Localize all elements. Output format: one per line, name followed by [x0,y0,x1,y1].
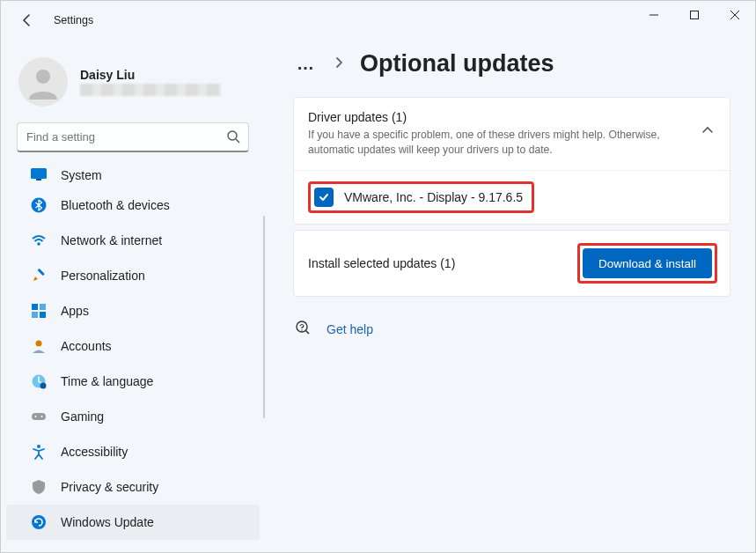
close-button[interactable] [715,1,755,29]
sidebar-item-label: Personalization [61,269,145,283]
svg-point-22 [37,445,40,448]
shield-icon [31,479,47,495]
accessibility-icon [31,444,47,460]
wifi-icon [31,232,47,248]
clock-icon [31,373,47,389]
sidebar-item-gaming[interactable]: Gaming [6,399,260,434]
svg-point-4 [36,70,50,84]
svg-rect-8 [36,179,41,181]
driver-updates-card: Driver updates (1) If you have a specifi… [293,97,730,225]
search-wrap [17,122,249,152]
nav: System Bluetooth & devices Network & int… [1,163,265,552]
svg-point-21 [41,416,43,417]
sidebar-item-label: Gaming [61,409,104,424]
svg-point-18 [40,383,47,389]
breadcrumb: … Optional updates [293,50,730,77]
sidebar-item-label: Apps [61,304,89,318]
minimize-icon [650,11,658,19]
sidebar-item-accessibility[interactable]: Accessibility [6,434,260,469]
svg-rect-11 [37,269,44,276]
checkmark-icon [318,191,330,203]
sidebar-item-label: Accounts [61,339,112,353]
gamepad-icon [31,409,47,424]
svg-point-23 [32,515,46,529]
brush-icon [31,268,47,284]
svg-rect-7 [31,168,47,179]
driver-checkbox[interactable] [314,188,334,207]
svg-rect-1 [691,11,699,19]
get-help-link[interactable]: Get help [327,322,373,336]
driver-updates-header[interactable]: Driver updates (1) If you have a specifi… [294,98,730,170]
chevron-up-icon[interactable] [701,122,714,138]
minimize-button[interactable] [634,1,674,29]
breadcrumb-ellipsis[interactable]: … [293,54,319,74]
content: Daisy Liu System Bluetooth & devices [1,40,755,552]
sidebar-item-label: Windows Update [61,515,154,529]
svg-point-5 [228,131,237,140]
sidebar-item-network[interactable]: Network & internet [6,223,260,258]
annotation-highlight: Download & install [577,243,717,284]
sidebar-item-windows-update[interactable]: Windows Update [6,505,260,540]
bluetooth-icon [31,197,47,213]
search-input[interactable] [17,122,249,152]
sidebar-item-accounts[interactable]: Accounts [6,328,260,364]
arrow-left-icon [20,13,34,27]
window-title: Settings [54,14,93,26]
driver-label: VMware, Inc. - Display - 9.17.6.5 [344,190,523,204]
page-title: Optional updates [360,50,554,77]
install-text: Install selected updates (1) [308,256,455,270]
main: … Optional updates Driver updates (1) If… [265,40,755,552]
sidebar-item-label: Accessibility [61,445,128,459]
driver-row: VMware, Inc. - Display - 9.17.6.5 [294,170,730,224]
svg-rect-14 [32,312,38,318]
install-card: Install selected updates (1) Download & … [293,230,730,297]
user-info: Daisy Liu [80,68,221,96]
sidebar-item-personalization[interactable]: Personalization [6,258,260,293]
user-name: Daisy Liu [80,68,221,82]
help-icon [295,320,311,339]
user-row[interactable]: Daisy Liu [1,47,265,122]
person-icon [26,64,61,100]
sidebar-item-apps[interactable]: Apps [6,293,260,328]
driver-updates-subtitle: If you have a specific problem, one of t… [308,128,682,158]
svg-rect-12 [32,304,38,310]
sidebar-item-system[interactable]: System [6,163,260,188]
close-icon [730,11,739,19]
sidebar-item-label: System [61,168,102,182]
sidebar-item-privacy[interactable]: Privacy & security [6,469,260,505]
svg-rect-15 [40,312,46,318]
search-icon [226,129,240,147]
sidebar-item-label: Bluetooth & devices [61,198,170,212]
annotation-highlight: VMware, Inc. - Display - 9.17.6.5 [308,181,534,213]
sidebar-item-label: Privacy & security [61,480,158,494]
update-icon [31,514,47,530]
sidebar: Daisy Liu System Bluetooth & devices [1,40,265,552]
driver-updates-title: Driver updates (1) [308,110,682,124]
sidebar-item-label: Time & language [61,374,153,388]
avatar [18,57,68,107]
scrollbar[interactable] [263,216,265,418]
system-icon [31,166,47,182]
svg-rect-19 [32,413,46,420]
get-help-row[interactable]: Get help [293,320,730,339]
sidebar-item-label: Network & internet [61,233,162,247]
maximize-button[interactable] [674,1,715,29]
apps-icon [31,303,47,319]
chevron-right-icon [335,56,344,72]
download-install-button[interactable]: Download & install [583,248,712,278]
sidebar-item-time[interactable]: Time & language [6,364,260,399]
svg-line-6 [236,139,239,143]
svg-point-20 [35,416,37,417]
window-controls [634,1,755,29]
sidebar-item-bluetooth[interactable]: Bluetooth & devices [6,188,260,223]
svg-point-16 [36,341,42,347]
user-email-redacted [80,84,221,96]
accounts-icon [31,338,47,354]
svg-rect-13 [40,304,46,310]
svg-point-10 [37,242,40,246]
back-button[interactable] [15,8,40,33]
svg-point-25 [301,329,302,330]
maximize-icon [690,11,699,19]
